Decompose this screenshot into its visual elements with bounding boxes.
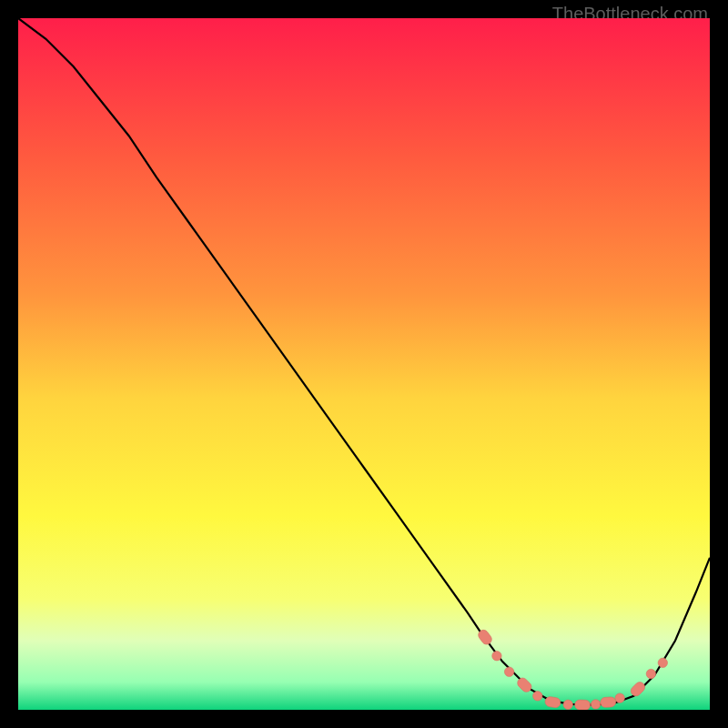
svg-point-1 [492, 652, 501, 661]
svg-rect-7 [574, 700, 590, 710]
chart-plot [18, 18, 710, 710]
svg-point-13 [658, 658, 667, 667]
svg-point-12 [646, 669, 655, 678]
gradient-background [18, 18, 710, 710]
svg-point-6 [563, 700, 572, 709]
chart-stage: TheBottleneck.com [0, 0, 728, 728]
svg-point-4 [533, 692, 542, 701]
svg-point-8 [591, 700, 600, 709]
svg-point-10 [615, 693, 624, 703]
svg-rect-9 [600, 697, 616, 708]
svg-point-2 [504, 667, 513, 676]
